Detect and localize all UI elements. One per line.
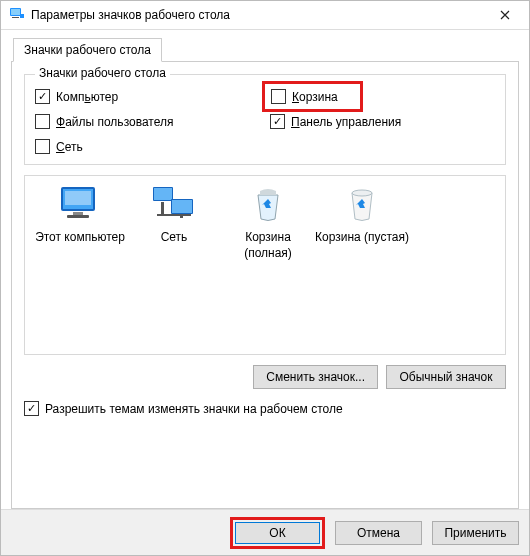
highlight-recycle-bin: Корзина (262, 81, 363, 112)
checkbox[interactable]: ✓ (35, 89, 50, 104)
svg-rect-2 (12, 17, 19, 18)
check-control-panel[interactable]: ✓ Панель управления (270, 114, 495, 129)
preview-label: Этот компьютер (35, 230, 125, 246)
recycle-bin-full-icon (244, 184, 292, 226)
dialog-footer: ОК Отмена Применить (1, 509, 529, 555)
titlebar: Параметры значков рабочего стола (1, 1, 529, 30)
window-title: Параметры значков рабочего стола (31, 8, 483, 22)
checkbox[interactable]: ✓ (24, 401, 39, 416)
highlight-ok: ОК (230, 517, 325, 549)
tabstrip: Значки рабочего стола (11, 38, 519, 62)
svg-rect-1 (11, 9, 20, 15)
check-computer[interactable]: ✓ Компьютер (35, 89, 260, 104)
check-grid: ✓ Компьютер Корзина Файлы пользователя (35, 89, 495, 154)
button-label: Обычный значок (399, 370, 492, 384)
check-recycle-bin[interactable]: Корзина (271, 89, 338, 104)
checkbox[interactable]: ✓ (270, 114, 285, 129)
network-icon (150, 184, 198, 226)
button-label: ОК (269, 526, 285, 540)
check-label: Файлы пользователя (56, 115, 173, 129)
checkbox[interactable] (35, 139, 50, 154)
svg-rect-14 (180, 215, 183, 218)
icon-preview: Этот компьютер Сеть (24, 175, 506, 355)
svg-rect-10 (154, 188, 172, 200)
change-icon-button[interactable]: Сменить значок... (253, 365, 378, 389)
default-icon-button[interactable]: Обычный значок (386, 365, 506, 389)
allow-themes-check[interactable]: ✓ Разрешить темам изменять значки на раб… (22, 401, 508, 416)
check-label: Разрешить темам изменять значки на рабоч… (45, 402, 343, 416)
tab-label: Значки рабочего стола (24, 43, 151, 57)
cancel-button[interactable]: Отмена (335, 521, 422, 545)
check-label: Компьютер (56, 90, 118, 104)
preview-label: Сеть (161, 230, 188, 246)
button-label: Сменить значок... (266, 370, 365, 384)
svg-rect-7 (73, 212, 83, 215)
checkbox[interactable] (271, 89, 286, 104)
check-label: Корзина (292, 90, 338, 104)
svg-rect-3 (20, 14, 24, 18)
preview-this-pc[interactable]: Этот компьютер (33, 184, 127, 346)
svg-rect-13 (161, 202, 164, 215)
ok-button[interactable]: ОК (235, 522, 320, 544)
check-network[interactable]: Сеть (35, 139, 260, 154)
dialog-window: Параметры значков рабочего стола Значки … (0, 0, 530, 556)
client-area: Значки рабочего стола Значки рабочего ст… (1, 30, 529, 509)
monitor-icon (56, 184, 104, 226)
svg-point-15 (352, 190, 372, 196)
fieldset-legend: Значки рабочего стола (35, 66, 170, 80)
icon-button-row: Сменить значок... Обычный значок (22, 365, 508, 389)
check-label: Сеть (56, 140, 83, 154)
recycle-bin-empty-icon (338, 184, 386, 226)
preview-bin-empty[interactable]: Корзина (пустая) (315, 184, 409, 346)
app-icon (9, 6, 25, 25)
check-user-files[interactable]: Файлы пользователя (35, 114, 260, 129)
tab-desktop-icons[interactable]: Значки рабочего стола (13, 38, 162, 62)
preview-network[interactable]: Сеть (127, 184, 221, 346)
preview-bin-full[interactable]: Корзина (полная) (221, 184, 315, 346)
check-label: Панель управления (291, 115, 401, 129)
svg-rect-8 (67, 215, 89, 218)
apply-button[interactable]: Применить (432, 521, 519, 545)
button-label: Отмена (357, 526, 400, 540)
close-button[interactable] (483, 1, 527, 29)
preview-label: Корзина (полная) (221, 230, 315, 261)
checkbox[interactable] (35, 114, 50, 129)
svg-rect-12 (172, 200, 192, 213)
desktop-icons-fieldset: Значки рабочего стола ✓ Компьютер Корзин… (24, 74, 506, 165)
tabpanel: Значки рабочего стола ✓ Компьютер Корзин… (11, 61, 519, 509)
preview-label: Корзина (пустая) (315, 230, 409, 246)
button-label: Применить (444, 526, 506, 540)
svg-rect-6 (65, 191, 91, 205)
